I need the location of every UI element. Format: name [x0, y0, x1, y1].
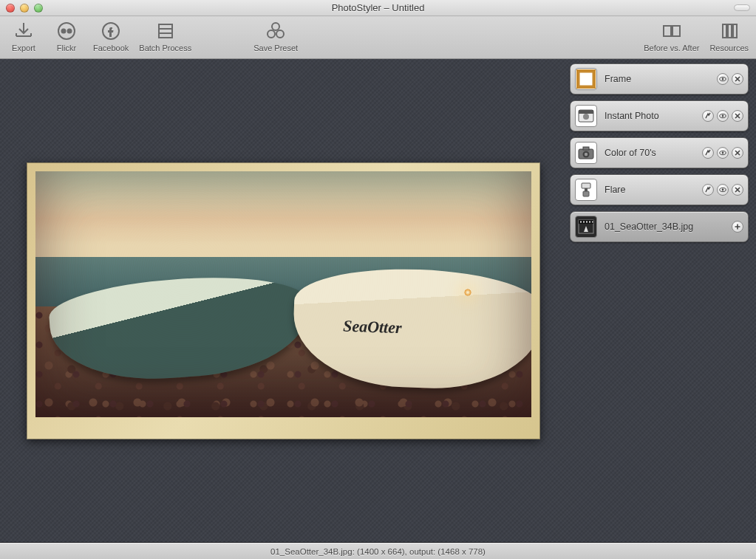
svg-point-9 [276, 30, 284, 38]
save-preset-label: Save Preset [253, 44, 298, 52]
toolbar-toggle-button[interactable] [734, 4, 750, 11]
settings-icon[interactable] [702, 110, 714, 122]
svg-point-8 [268, 30, 275, 38]
main-area: SeaOtter Frame [0, 59, 756, 543]
export-label: Export [12, 44, 35, 52]
visibility-icon[interactable] [717, 73, 729, 85]
svg-rect-24 [583, 147, 589, 150]
toolbar: Export Flickr Facebook [0, 16, 756, 59]
svg-rect-15 [578, 71, 594, 87]
photo-frame: SeaOtter [27, 162, 540, 439]
visibility-icon[interactable] [717, 147, 729, 159]
export-icon [12, 19, 35, 43]
layers-panel: Frame Instant Photo [567, 59, 756, 542]
svg-rect-29 [582, 183, 590, 188]
svg-point-1 [62, 30, 66, 33]
toolbar-left-group: Export Flickr Facebook [7, 19, 298, 52]
before-after-label: Before vs. After [644, 44, 699, 52]
settings-icon[interactable] [702, 147, 714, 159]
svg-rect-10 [664, 26, 671, 36]
statusbar: 01_SeaOtter_34B.jpg: (1400 x 664), outpu… [0, 543, 756, 559]
svg-rect-38 [586, 222, 588, 223]
svg-point-2 [68, 30, 72, 33]
layer-flare[interactable]: Flare [570, 174, 749, 205]
svg-rect-31 [583, 191, 589, 196]
toolbar-right-group: Before vs. After Resources [644, 19, 749, 52]
svg-rect-39 [589, 222, 590, 223]
svg-point-26 [585, 153, 588, 156]
minimize-window-button[interactable] [20, 4, 29, 13]
beforeafter-icon [660, 19, 684, 43]
camera-thumb-icon [575, 142, 597, 164]
svg-point-33 [722, 189, 724, 191]
settings-icon[interactable] [702, 184, 714, 196]
svg-point-0 [58, 23, 75, 39]
flash-thumb-icon [575, 179, 597, 201]
export-button[interactable]: Export [7, 19, 40, 52]
svg-rect-36 [580, 222, 582, 223]
layer-color-70s[interactable]: Color of 70's [570, 137, 749, 168]
visibility-icon[interactable] [717, 184, 729, 196]
svg-rect-40 [592, 222, 593, 223]
batch-process-button[interactable]: Batch Process [139, 19, 191, 52]
batch-process-label: Batch Process [139, 44, 191, 52]
svg-point-28 [722, 152, 724, 154]
close-icon[interactable] [732, 147, 743, 159]
zoom-window-button[interactable] [34, 4, 43, 13]
svg-point-7 [272, 23, 279, 30]
svg-rect-4 [159, 24, 172, 38]
save-preset-button[interactable]: Save Preset [253, 19, 298, 52]
batch-icon [154, 19, 177, 43]
window-title: PhotoStyler – Untitled [0, 2, 756, 13]
layer-flare-label: Flare [605, 185, 702, 195]
layer-frame-label: Frame [605, 74, 717, 84]
visibility-icon[interactable] [717, 110, 729, 122]
facebook-label: Facebook [93, 44, 129, 52]
status-text: 01_SeaOtter_34B.jpg: (1400 x 664), outpu… [270, 547, 486, 556]
window-controls [0, 4, 43, 13]
flickr-icon [55, 19, 78, 43]
resources-button[interactable]: Resources [709, 19, 749, 52]
layer-color-70s-label: Color of 70's [605, 148, 702, 158]
resources-label: Resources [709, 44, 749, 52]
photo-preview: SeaOtter [35, 171, 531, 417]
layer-instant-photo[interactable]: Instant Photo [570, 100, 749, 131]
svg-rect-14 [733, 24, 737, 38]
svg-rect-11 [672, 26, 680, 36]
layer-source-image[interactable]: 01_SeaOtter_34B.jpg [570, 211, 749, 242]
before-after-button[interactable]: Before vs. After [644, 19, 699, 52]
svg-rect-37 [583, 222, 585, 223]
close-icon[interactable] [732, 110, 743, 122]
titlebar: PhotoStyler – Untitled [0, 0, 756, 16]
instant-thumb-icon [575, 105, 597, 127]
close-window-button[interactable] [6, 4, 15, 13]
svg-rect-12 [723, 24, 726, 38]
svg-point-17 [722, 78, 724, 80]
layer-instant-photo-label: Instant Photo [605, 111, 702, 121]
layer-frame[interactable]: Frame [570, 64, 749, 95]
close-icon[interactable] [732, 73, 743, 85]
svg-rect-30 [585, 188, 588, 191]
film-thumb-icon [575, 216, 597, 238]
savepreset-icon [264, 19, 287, 43]
facebook-button[interactable]: Facebook [93, 19, 129, 52]
svg-point-22 [722, 115, 724, 117]
close-icon[interactable] [732, 184, 743, 196]
frame-thumb-icon [575, 68, 597, 90]
svg-point-20 [583, 114, 589, 120]
layer-source-image-label: 01_SeaOtter_34B.jpg [605, 222, 732, 232]
resources-icon [718, 19, 741, 43]
svg-rect-19 [579, 110, 593, 114]
facebook-icon [99, 19, 123, 43]
canvas-area[interactable]: SeaOtter [0, 59, 567, 542]
add-icon[interactable] [732, 221, 743, 233]
svg-rect-13 [728, 24, 732, 38]
flickr-label: Flickr [57, 44, 76, 52]
flickr-button[interactable]: Flickr [50, 19, 83, 52]
